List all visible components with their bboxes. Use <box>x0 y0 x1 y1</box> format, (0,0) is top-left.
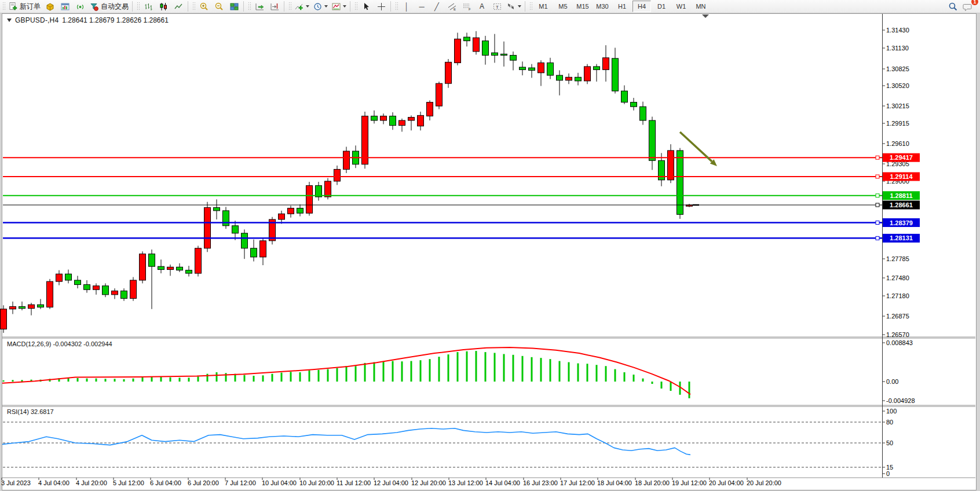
macd-axis-label: 0.00 <box>886 378 898 385</box>
candle[interactable] <box>297 208 303 214</box>
price-axis-label: 1.27180 <box>886 292 909 299</box>
candle[interactable] <box>603 58 609 70</box>
candle[interactable] <box>260 241 266 257</box>
price-axis-label: 1.27785 <box>886 255 909 262</box>
candle[interactable] <box>621 91 628 102</box>
chart-shift-marker[interactable] <box>702 14 709 18</box>
candle[interactable] <box>325 181 331 197</box>
date-axis-label: 12 Jul 04:00 <box>374 479 408 486</box>
candle[interactable] <box>38 305 44 307</box>
candle[interactable] <box>557 75 563 80</box>
chart-symbol-period: GBPUSD-,H4 <box>15 16 58 24</box>
macd-axis-label: -0.004928 <box>886 397 915 404</box>
line-drag-node[interactable] <box>876 175 879 178</box>
candle[interactable] <box>668 151 674 180</box>
candle[interactable] <box>547 63 554 75</box>
line-drag-node[interactable] <box>876 221 879 225</box>
candle[interactable] <box>195 248 202 273</box>
candle[interactable] <box>103 286 109 295</box>
candle[interactable] <box>130 280 137 298</box>
candle[interactable] <box>112 291 118 294</box>
candle[interactable] <box>473 38 480 52</box>
candle[interactable] <box>538 63 544 72</box>
macd-axis-label: 0.008843 <box>886 339 913 346</box>
candle[interactable] <box>501 54 507 55</box>
candle[interactable] <box>343 151 350 169</box>
date-axis-label: 16 Jul 23:00 <box>523 479 558 486</box>
candle[interactable] <box>242 233 248 248</box>
candle[interactable] <box>65 274 72 280</box>
price-line-label: 1.29417 <box>890 154 913 161</box>
candle[interactable] <box>306 186 313 214</box>
candle[interactable] <box>149 254 155 267</box>
date-axis-label: 7 Jul 12:00 <box>225 479 256 486</box>
candle[interactable] <box>390 116 396 125</box>
candle[interactable] <box>520 67 526 69</box>
date-axis-label: 18 Jul 20:00 <box>635 479 670 486</box>
line-drag-node[interactable] <box>876 156 879 159</box>
candle[interactable] <box>223 211 229 226</box>
candle[interactable] <box>84 285 90 290</box>
candle[interactable] <box>510 55 517 60</box>
candle[interactable] <box>464 37 470 41</box>
candle[interactable] <box>594 67 600 69</box>
candle[interactable] <box>204 207 211 248</box>
candle[interactable] <box>584 67 591 81</box>
rsi-line <box>2 428 690 455</box>
candle[interactable] <box>140 254 146 280</box>
date-axis-label: 14 Jul 04:00 <box>485 479 520 486</box>
candle[interactable] <box>93 286 100 290</box>
candle[interactable] <box>418 115 424 126</box>
candle[interactable] <box>436 83 443 106</box>
candle[interactable] <box>288 208 294 214</box>
candle[interactable] <box>121 291 127 298</box>
candle[interactable] <box>186 270 192 273</box>
candle[interactable] <box>251 248 257 257</box>
candle[interactable] <box>371 116 378 120</box>
candle[interactable] <box>408 118 415 120</box>
date-axis-label: 17 Jul 12:00 <box>560 479 595 486</box>
candle[interactable] <box>455 39 461 63</box>
candle[interactable] <box>75 280 81 285</box>
candle[interactable] <box>482 41 489 56</box>
candle[interactable] <box>56 274 63 281</box>
date-axis-label: 10 Jul 20:00 <box>299 479 334 486</box>
candle[interactable] <box>177 267 183 270</box>
price-axis-label: 1.29915 <box>886 120 909 127</box>
candle[interactable] <box>10 306 16 309</box>
candle[interactable] <box>381 116 387 120</box>
chart-menu-icon[interactable] <box>7 19 12 22</box>
candle[interactable] <box>232 226 239 233</box>
candle[interactable] <box>19 306 25 308</box>
candle[interactable] <box>167 267 174 269</box>
candle[interactable] <box>492 53 498 55</box>
candle[interactable] <box>334 169 341 181</box>
candle[interactable] <box>279 214 285 219</box>
candle[interactable] <box>1 309 7 329</box>
price-axis-label: 1.27480 <box>886 274 909 281</box>
candle[interactable] <box>47 281 53 307</box>
candle[interactable] <box>427 102 433 116</box>
date-axis-label: 12 Jul 20:00 <box>411 479 446 486</box>
price-axis-label: 1.30825 <box>886 65 909 72</box>
line-drag-node[interactable] <box>876 203 879 207</box>
candle[interactable] <box>158 266 164 269</box>
candle[interactable] <box>566 77 572 80</box>
candle[interactable] <box>214 207 220 210</box>
candle[interactable] <box>28 305 35 308</box>
line-drag-node[interactable] <box>876 236 879 240</box>
price-axis-label: 1.31130 <box>886 45 909 52</box>
chart-plot-area[interactable]: 1.314301.311301.308251.305201.302151.299… <box>0 0 980 491</box>
candle[interactable] <box>399 120 405 126</box>
line-drag-node[interactable] <box>876 194 879 197</box>
candle[interactable] <box>612 58 619 91</box>
candle[interactable] <box>649 120 656 160</box>
date-axis-label: 11 Jul 12:00 <box>337 479 371 486</box>
candle[interactable] <box>575 77 582 80</box>
candle[interactable] <box>445 62 452 83</box>
price-line-label: 1.28131 <box>890 234 913 241</box>
candle[interactable] <box>529 68 535 70</box>
candle[interactable] <box>631 102 637 107</box>
rsi-indicator-label: RSI(14) 32.6817 <box>7 408 54 415</box>
candle[interactable] <box>640 107 646 120</box>
